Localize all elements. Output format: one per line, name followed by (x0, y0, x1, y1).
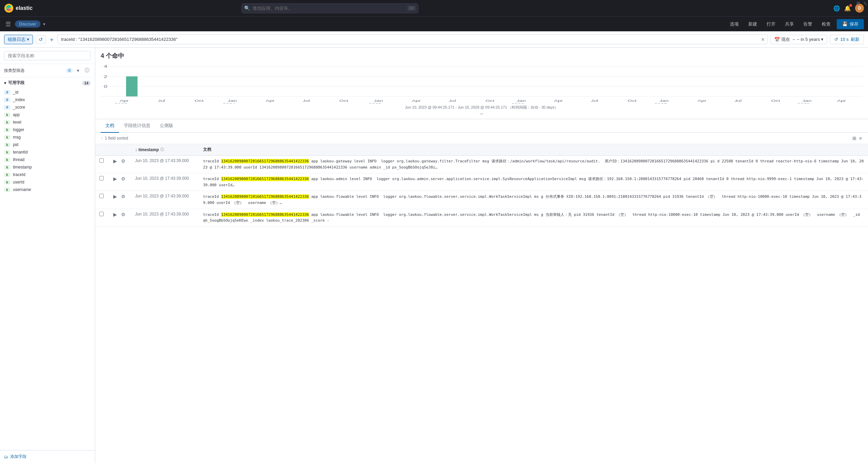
trace-highlight: 134162089800728166517296888635441422336 (221, 177, 309, 181)
add-filter-button[interactable]: ＋ (49, 35, 55, 44)
add-field-button[interactable]: 🗂 添加字段 (0, 450, 95, 463)
row-controls-cell: ▶ ⚙ (108, 209, 131, 226)
refresh-button[interactable]: ↺ 10 s 刷新 (830, 35, 864, 44)
field-item-userid[interactable]: k userId (0, 178, 95, 186)
trace-highlight: 134162089800728166517296888635441422336 (221, 194, 309, 199)
timestamp-col-label[interactable]: timestamp (138, 147, 159, 152)
chevron-down-icon[interactable]: ▾ (43, 22, 45, 27)
trace-highlight: 134162089800728166517296888635441422336 (221, 212, 309, 217)
new-button[interactable]: 新建 (745, 19, 761, 29)
row-checkbox[interactable] (99, 194, 104, 198)
field-type-app-badge: k (4, 113, 10, 117)
field-item-username[interactable]: k username (0, 186, 95, 193)
query-input[interactable] (57, 34, 768, 44)
field-type-timestamp-badge: k (4, 165, 10, 170)
alert-button[interactable]: 告警 (800, 19, 816, 29)
fields-count-badge: 14 (82, 81, 91, 85)
field-item-score[interactable]: # _score (0, 103, 95, 111)
svg-text:Apr: Apr (554, 99, 563, 102)
field-item-app[interactable]: k app (0, 111, 95, 118)
global-search-input[interactable] (241, 3, 418, 13)
results-table: ↓ timestamp ⓘ 文档 (95, 144, 868, 463)
row-inspect-button[interactable]: ⚙ (120, 176, 127, 181)
row-expand-button[interactable]: ▶ (112, 158, 118, 164)
svg-text:Apr: Apr (266, 99, 275, 102)
field-list: # _id # _index # _score k app k level k … (0, 89, 95, 450)
query-clear-button[interactable]: ✕ (761, 37, 765, 42)
discover-badge[interactable]: Discover (15, 20, 40, 28)
inspect-button[interactable]: 检查 (818, 19, 834, 29)
tab-beta[interactable]: 公测版 (155, 119, 178, 133)
row-checkbox[interactable] (99, 212, 104, 216)
query-input-wrapper: ✕ (57, 34, 768, 44)
filter-chevron-button[interactable]: ▾ (76, 66, 81, 75)
row-checkbox[interactable] (99, 158, 104, 163)
columns-button[interactable]: ⊞ (852, 135, 857, 142)
svg-text:Oct: Oct (628, 99, 636, 102)
sort-icon: ↑ (101, 136, 103, 141)
field-item-index[interactable]: # _index (0, 96, 95, 103)
calendar-icon: 📅 (774, 37, 780, 42)
elastic-logo[interactable]: elastic (4, 3, 33, 13)
field-search-input[interactable] (4, 51, 91, 60)
share-button[interactable]: 共享 (782, 19, 797, 29)
field-item-level[interactable]: k level (0, 118, 95, 126)
svg-text:Oct: Oct (771, 99, 780, 102)
time-range-selector[interactable]: 📅 现在 → ~ in 5 years ▾ (770, 35, 828, 44)
svg-text:2027: 2027 (654, 102, 667, 103)
svg-text:Jan: Jan (228, 99, 237, 102)
field-type-userid-badge: k (4, 180, 10, 185)
document-cell: traceId 13416208980072816651729688863544… (199, 209, 868, 226)
row-inspect-button[interactable]: ⚙ (120, 194, 127, 199)
field-item-logger[interactable]: k logger (0, 126, 95, 133)
tab-documents[interactable]: 文档 (101, 119, 119, 133)
sidebar-filter-row: 按类型筛选 0 ▾ ⓘ (0, 64, 95, 77)
content-area: 4 个命中 ⚙ ⤡ 4 2 0 (95, 48, 868, 463)
data-view-button[interactable]: 链路日志 ▾ (4, 35, 33, 44)
section-collapse-icon[interactable]: ▾ (4, 81, 6, 85)
row-expand-button[interactable]: ▶ (112, 176, 118, 181)
svg-text:Apr: Apr (412, 99, 421, 102)
timestamp-cell: Jun 10, 2023 @ 17:43:39.000 (131, 209, 199, 226)
field-name-userid: userId (13, 180, 24, 185)
field-item-id[interactable]: # _id (0, 89, 95, 96)
field-item-msg[interactable]: k msg (0, 133, 95, 141)
row-expand-button[interactable]: ▶ (112, 194, 118, 199)
earth-icon[interactable]: 🌐 (833, 5, 840, 12)
field-type-level-badge: k (4, 120, 10, 125)
elastic-label: elastic (16, 5, 33, 11)
field-item-thread[interactable]: k thread (0, 156, 95, 163)
resize-handle[interactable]: ═ (101, 111, 863, 117)
main-area: 按类型筛选 0 ▾ ⓘ ▾ 可用字段 14 # _id # _index (0, 48, 868, 463)
second-toolbar: ☰ Discover ▾ 选项 新建 打开 共享 告警 检查 💾 保存 (0, 16, 868, 31)
field-item-traceid[interactable]: k traceId (0, 171, 95, 178)
field-item-tenantid[interactable]: k tenantId (0, 148, 95, 156)
save-button[interactable]: 💾 保存 (837, 19, 864, 29)
row-controls-cell: ▶ ⚙ (108, 156, 131, 173)
open-button[interactable]: 打开 (763, 19, 779, 29)
bell-icon[interactable]: 🔔 (844, 5, 851, 12)
time-range-info: Jun 10, 2023 @ 09:44:25.171 - Jun 10, 20… (101, 103, 863, 111)
row-expand-button[interactable]: ▶ (112, 212, 118, 217)
filter-info-button[interactable]: ⓘ (83, 66, 91, 75)
table-row: ▶ ⚙ Jun 10, 2023 @ 17:43:39.000 traceId … (95, 191, 868, 209)
top-navigation: elastic 🔍 ⌘/ 🌐 🔔 D (0, 0, 868, 16)
filter-controls: 0 ▾ ⓘ (66, 66, 91, 75)
field-item-pid[interactable]: k pid (0, 141, 95, 148)
rows-button[interactable]: ≡ (858, 135, 863, 142)
field-type-score-badge: # (4, 105, 10, 110)
tab-field-stats[interactable]: 字段统计信息 (119, 119, 155, 133)
row-inspect-button[interactable]: ⚙ (120, 158, 127, 164)
document-cell: traceId 13416208980072816651729688863544… (199, 173, 868, 191)
row-inspect-button[interactable]: ⚙ (120, 212, 127, 217)
svg-text:Apr: Apr (837, 99, 846, 102)
sync-icon-button[interactable]: ↺ (36, 35, 46, 44)
options-button[interactable]: 选项 (727, 19, 742, 29)
row-checkbox[interactable] (99, 176, 104, 180)
hamburger-button[interactable]: ☰ (4, 19, 12, 29)
svg-text:2026: 2026 (512, 102, 524, 103)
field-item-timestamp[interactable]: k timestamp (0, 163, 95, 171)
global-search[interactable]: 🔍 ⌘/ (241, 3, 418, 13)
add-field-label: 添加字段 (10, 454, 27, 460)
refresh-interval-label: 10 s (840, 37, 849, 42)
